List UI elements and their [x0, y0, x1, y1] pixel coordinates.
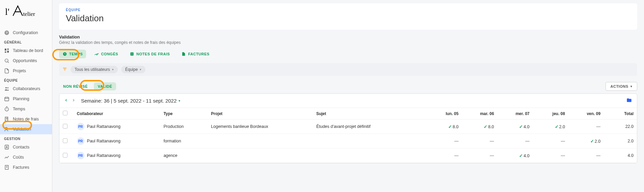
receipt-icon [4, 116, 9, 122]
file-icon [181, 52, 186, 56]
subtab-non-revise[interactable]: NON RÉVISÉ [59, 82, 92, 90]
sidebar-item-label: Configuration [13, 30, 38, 35]
filter-chip-users[interactable]: Tous les utilisateurs [71, 66, 118, 73]
timesheet-table: Collaborateur Type Projet Sujet lun. 05 … [59, 108, 637, 163]
project-cell [208, 148, 313, 163]
sidebar-item-notes-de-frais[interactable]: Notes de frais [0, 114, 52, 124]
page-header: ÉQUIPE Validation [59, 3, 637, 30]
col-day-5[interactable]: ven. 09 [568, 108, 604, 119]
table-row[interactable]: PRPaul Rattanavongformation————✓2.02.0 [59, 134, 637, 148]
row-checkbox[interactable] [63, 153, 68, 158]
filters-bar: Tous les utilisateurs Équipe [59, 63, 637, 76]
actions-label: ACTIONS [611, 84, 628, 88]
svg-rect-4 [5, 49, 6, 51]
table-row[interactable]: PRPaul Rattanavongagence——✓4.0——4.0 [59, 148, 637, 163]
total-cell: 4.0 [604, 148, 637, 163]
chip-label: Tous les utilisateurs [75, 67, 110, 72]
next-week-button[interactable] [72, 97, 76, 104]
subject-cell [313, 148, 426, 163]
sidebar-item-projets[interactable]: Projets [0, 66, 52, 76]
svg-line-9 [8, 62, 9, 63]
projects-icon [4, 68, 9, 74]
day-cell: — [498, 134, 533, 148]
project-cell [208, 134, 313, 148]
col-day-1[interactable]: lun. 05 [426, 108, 462, 119]
help-icon: ? [4, 30, 9, 35]
day-cell: — [462, 148, 497, 163]
tab-notes-de-frais[interactable]: NOTES DE FRAIS [126, 50, 173, 58]
col-collaborateur[interactable]: Collaborateur [74, 108, 160, 119]
tab-congés[interactable]: CONGÉS [91, 50, 122, 58]
note-icon [130, 52, 134, 56]
sidebar-item-factures[interactable]: Factures [0, 162, 52, 172]
checkbox-all[interactable] [63, 111, 68, 115]
sidebar-item-validation[interactable]: Validation [0, 124, 52, 134]
week-nav [64, 97, 76, 104]
sidebar-item-label: Tableau de bord [13, 48, 43, 53]
section-title: Validation [59, 34, 637, 39]
type-cell: Production [160, 119, 208, 134]
svg-rect-6 [7, 51, 9, 53]
col-day-3[interactable]: mer. 07 [498, 108, 533, 119]
chart-icon [4, 155, 9, 160]
sidebar-item-collaborateurs[interactable]: Collaborateurs [0, 84, 52, 94]
col-day-4[interactable]: jeu. 08 [533, 108, 568, 119]
svg-rect-7 [5, 52, 6, 53]
svg-point-10 [5, 87, 7, 88]
breadcrumb: ÉQUIPE [66, 8, 630, 12]
col-projet[interactable]: Projet [208, 108, 313, 119]
users-icon [4, 86, 9, 91]
sidebar-item-configuration[interactable]: ? Configuration [0, 28, 52, 38]
col-sujet[interactable]: Sujet [313, 108, 426, 119]
tab-label: NOTES DE FRAIS [136, 52, 170, 56]
svg-text:telier: telier [23, 11, 35, 17]
tab-temps[interactable]: TEMPS [59, 50, 86, 58]
total-cell: 2.0 [604, 134, 637, 148]
main-content: ÉQUIPE Validation Validation Gérez la va… [52, 0, 644, 192]
page-title: Validation [66, 13, 630, 24]
week-selector[interactable]: Semaine: 36 | 5 sept. 2022 - 11 sept. 20… [81, 98, 180, 104]
row-checkbox[interactable] [63, 138, 68, 143]
day-cell: — [568, 148, 604, 163]
sidebar-item-contacts[interactable]: Contacts [0, 142, 52, 152]
sidebar-item-label: Contacts [13, 145, 29, 149]
sidebar-item-tableau-de-bord[interactable]: Tableau de bord [0, 46, 52, 56]
svg-point-11 [7, 87, 8, 88]
col-total[interactable]: Total [604, 108, 637, 119]
col-type[interactable]: Type [160, 108, 208, 119]
tab-factures[interactable]: FACTURES [178, 50, 213, 58]
subtab-valide[interactable]: VALIDÉ [94, 82, 116, 90]
row-checkbox[interactable] [63, 124, 68, 129]
collaborator-cell: PRPaul Rattanavong [77, 137, 157, 145]
sidebar-item-opportunités[interactable]: Opportunités [0, 56, 52, 66]
day-cell: ✓8.0 [426, 119, 462, 134]
total-cell: 22.0 [604, 119, 637, 134]
day-cell: — [426, 148, 462, 163]
svg-rect-12 [5, 97, 9, 101]
opportunities-icon [4, 58, 9, 63]
week-label-text: Semaine: 36 | 5 sept. 2022 - 11 sept. 20… [81, 98, 177, 104]
project-cell: Logements banlieue Bordeaux [208, 119, 313, 134]
sidebar-item-planning[interactable]: Planning [0, 94, 52, 104]
folder-icon[interactable] [626, 98, 632, 104]
sidebar-section-header: GESTION [0, 134, 52, 142]
prev-week-button[interactable] [64, 97, 68, 104]
actions-button[interactable]: ACTIONS [606, 82, 638, 91]
sidebar-item-temps[interactable]: Temps [0, 104, 52, 114]
calendar-icon [4, 96, 9, 102]
filter-chip-team[interactable]: Équipe [121, 66, 145, 73]
filter-icon[interactable] [62, 67, 67, 73]
sidebar-section-header: ÉQUIPE [0, 76, 52, 84]
day-cell: — [462, 134, 497, 148]
avatar: PR [77, 152, 84, 159]
sidebar-item-coûts[interactable]: Coûts [0, 152, 52, 162]
subtabs: NON RÉVISÉ VALIDÉ [59, 82, 116, 90]
sidebar-item-label: Opportunités [13, 58, 37, 63]
section-subtitle: Gérez la validation des temps, congés et… [59, 40, 637, 45]
invoice-icon [4, 165, 9, 170]
subject-cell [313, 134, 426, 148]
sidebar: l' telier ? Configuration GÉNÉRALTableau… [0, 0, 52, 192]
dashboard-icon [4, 48, 9, 53]
col-day-2[interactable]: mar. 06 [462, 108, 497, 119]
table-row[interactable]: PRPaul RattanavongProductionLogements ba… [59, 119, 637, 134]
